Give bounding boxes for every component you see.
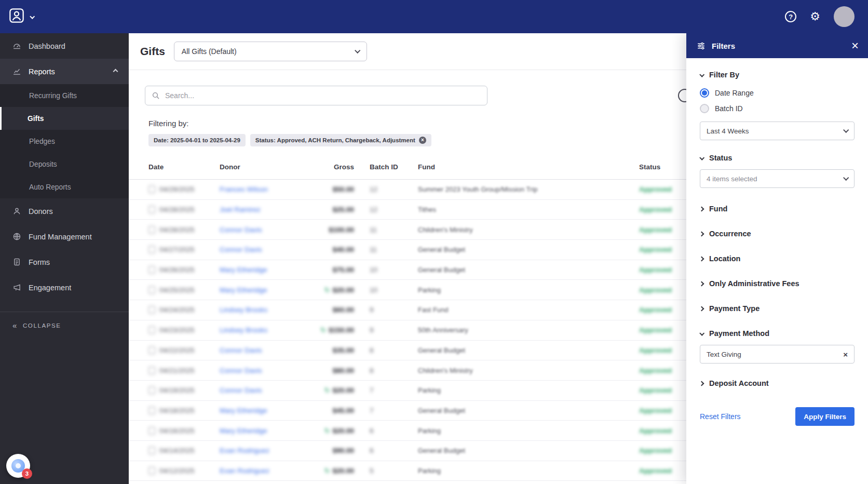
sidebar-item-forms[interactable]: Forms (0, 249, 129, 275)
search-icon (152, 91, 160, 100)
donor-cell: Lindsey Brooks (220, 326, 311, 334)
gross-cell: ↻$80.00 (311, 367, 354, 374)
donor-link[interactable]: Joel Ramirez (220, 206, 261, 213)
donor-link[interactable]: Connor Davis (220, 346, 262, 354)
donor-link[interactable]: Lindsey Brooks (220, 306, 267, 314)
receipt-icon (148, 467, 155, 475)
search-input[interactable] (165, 91, 481, 100)
sidebar-item-reports[interactable]: Reports (0, 59, 129, 84)
section-occurrence[interactable]: Occurrence (700, 230, 855, 238)
org-menu-chevron-icon[interactable] (30, 14, 35, 19)
sidebar-item-engagement[interactable]: Engagement (0, 275, 129, 300)
sidebar-item-auto-reports[interactable]: Auto Reports (0, 176, 129, 198)
gross-cell: ↻$75.00 (311, 266, 354, 274)
section-label: Fund (709, 205, 727, 213)
sidebar-item-label: Gifts (28, 115, 44, 123)
apply-filters-button[interactable]: Apply Filters (795, 407, 855, 426)
gross-cell: ↻$20.00 (311, 286, 354, 294)
batch-id-cell: 10 (354, 286, 418, 294)
gift-date-cell: 04/29/2025 (148, 185, 220, 193)
sidebar-item-fund-management[interactable]: Fund Management (0, 224, 129, 249)
donor-link[interactable]: Connor Davis (220, 246, 262, 253)
help-widget-button[interactable]: 3 (6, 454, 30, 478)
gross-cell: ↻$20.00 (311, 467, 354, 475)
clear-selection-icon[interactable]: × (843, 350, 848, 359)
help-icon[interactable]: ? (785, 11, 796, 22)
gross-cell: ↻$100.00 (311, 226, 354, 234)
filters-panel-header: Filters × (686, 33, 868, 58)
donor-link[interactable]: Evan Rodriguez (220, 447, 269, 454)
donor-link[interactable]: Mary Etheridge (220, 427, 267, 435)
column-header-donor[interactable]: Donor (220, 163, 311, 171)
user-avatar[interactable] (834, 6, 855, 27)
sidebar-collapse-button[interactable]: « Collapse (0, 312, 129, 329)
section-payment-method[interactable]: Payment Method (700, 329, 855, 338)
sidebar-item-deposits[interactable]: Deposits (0, 153, 129, 176)
fund-cell: General Budget (418, 246, 639, 253)
receipt-icon (148, 326, 155, 334)
donor-link[interactable]: Mary Etheridge (220, 407, 267, 414)
section-label: Occurrence (709, 230, 751, 238)
chevron-down-icon (699, 72, 704, 77)
settings-gear-icon[interactable]: ⚙ (810, 11, 820, 22)
donor-cell: Mary Etheridge (220, 407, 311, 414)
donor-cell: Mary Etheridge (220, 427, 311, 435)
chevron-down-icon (843, 174, 849, 180)
column-header-fund[interactable]: Fund (418, 163, 639, 171)
filters-panel-title: Filters (712, 42, 845, 50)
sidebar-item-dashboard[interactable]: Dashboard (0, 33, 129, 59)
donor-cell: Frances Wilson (220, 185, 311, 193)
status-chip-label: Status: Approved, ACH Return, Chargeback… (255, 137, 415, 143)
donor-link[interactable]: Evan Rodriguez (220, 467, 269, 475)
gift-date-cell: 04/26/2025 (148, 266, 220, 274)
section-only-administrative-fees[interactable]: Only Administrative Fees (700, 279, 855, 288)
sidebar-item-label: Pledges (29, 138, 55, 145)
remove-chip-icon[interactable]: × (419, 137, 426, 144)
receipt-icon (148, 367, 155, 374)
section-location[interactable]: Location (700, 254, 855, 263)
donor-link[interactable]: Connor Davis (220, 226, 262, 234)
section-status[interactable]: Status (700, 154, 855, 162)
close-icon[interactable]: × (851, 39, 859, 52)
sidebar-item-donors[interactable]: Donors (0, 198, 129, 224)
column-header-batch-id[interactable]: Batch ID (354, 163, 418, 171)
donor-link[interactable]: Frances Wilson (220, 185, 268, 193)
donor-link[interactable]: Mary Etheridge (220, 286, 267, 294)
section-label: Only Administrative Fees (709, 279, 799, 288)
section-payment-type[interactable]: Payment Type (700, 304, 855, 313)
sidebar-item-pledges[interactable]: Pledges (0, 130, 129, 153)
status-multiselect[interactable]: 4 items selected (700, 169, 855, 188)
column-header-date[interactable]: Date (148, 163, 220, 171)
fund-cell: General Budget (418, 447, 639, 454)
fund-cell: Children's Ministry (418, 367, 639, 374)
section-filter-by[interactable]: Filter By (700, 71, 855, 79)
column-header-gross[interactable]: Gross (311, 163, 354, 171)
sidebar-item-gifts[interactable]: Gifts (0, 107, 129, 130)
donor-link[interactable]: Mary Etheridge (220, 266, 267, 274)
donor-link[interactable]: Connor Davis (220, 386, 262, 394)
fund-cell: Tithes (418, 206, 639, 213)
org-user-icon[interactable] (8, 7, 25, 26)
gift-date-cell: 04/23/2025 (148, 326, 220, 334)
top-navigation-bar: ? ⚙ (0, 0, 868, 33)
receipt-icon (148, 407, 155, 414)
sidebar-item-recurring-gifts[interactable]: Recurring Gifts (0, 84, 129, 107)
donor-cell: Mary Etheridge (220, 286, 311, 294)
section-fund[interactable]: Fund (700, 205, 855, 213)
gift-view-select[interactable]: All Gifts (Default) (174, 42, 367, 61)
date-range-select[interactable]: Last 4 Weeks (700, 122, 855, 140)
radio-date-range[interactable]: Date Range (700, 85, 855, 101)
reset-filters-link[interactable]: Reset Filters (700, 412, 741, 421)
radio-batch-id[interactable]: Batch ID (700, 101, 855, 116)
chevron-down-icon (843, 127, 849, 132)
donor-cell: Joel Ramirez (220, 206, 311, 213)
batch-id-cell: 6 (354, 447, 418, 454)
donor-link[interactable]: Lindsey Brooks (220, 326, 267, 334)
section-deposit-account[interactable]: Deposit Account (700, 379, 855, 387)
donor-link[interactable]: Connor Davis (220, 367, 262, 374)
receipt-icon (148, 185, 155, 193)
payment-method-select[interactable]: Text Giving × (700, 345, 855, 364)
fund-cell: 50th Anniversary (418, 326, 639, 334)
donors-icon (12, 207, 21, 216)
receipt-icon (148, 266, 155, 274)
